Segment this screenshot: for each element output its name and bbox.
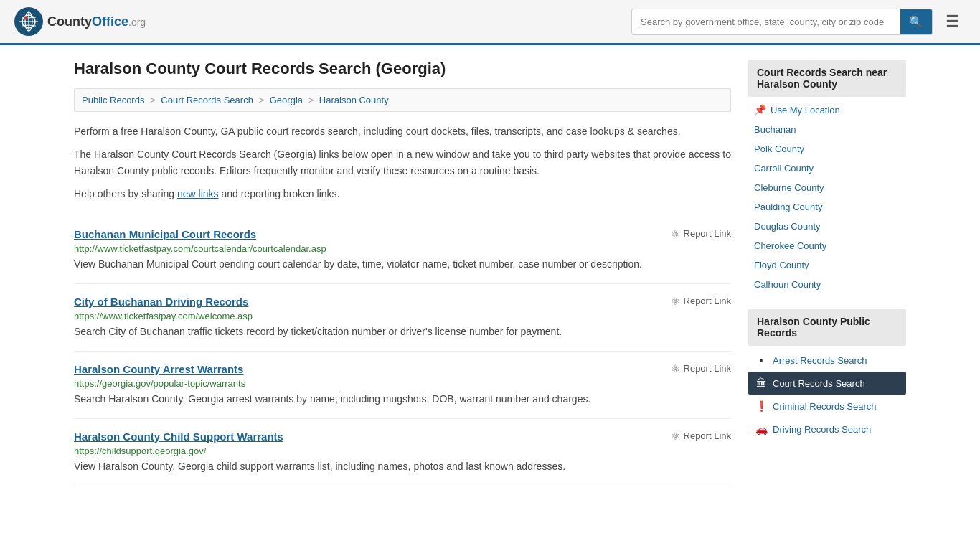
report-icon-4: ⚛ [671,430,680,442]
record-title-buchanan-municipal[interactable]: Buchanan Municipal Court Records [74,228,256,240]
sidebar-item-polk[interactable]: Polk County [748,139,906,159]
report-icon-2: ⚛ [671,296,680,307]
breadcrumb-court-records[interactable]: Court Records Search [161,95,253,105]
record-header: Haralson County Child Support Warrants ⚛… [74,430,731,443]
sidebar-item-carroll[interactable]: Carroll County [748,159,906,178]
criminal-records-icon: ❗ [755,400,767,412]
breadcrumb: Public Records > Court Records Search > … [74,88,731,112]
report-link-4[interactable]: ⚛ Report Link [671,430,731,442]
record-desc-2: Search City of Buchanan traffic tickets … [74,324,731,339]
logo-text: CountyOffice.org [47,14,146,29]
sidebar-item-paulding[interactable]: Paulding County [748,197,906,217]
record-item: Haralson County Child Support Warrants ⚛… [74,419,731,486]
use-my-location-link[interactable]: Use My Location [771,105,840,116]
court-records-icon: 🏛 [755,377,767,389]
record-title-arrest-warrants[interactable]: Haralson County Arrest Warrants [74,363,243,375]
record-title-buchanan-driving[interactable]: City of Buchanan Driving Records [74,296,248,308]
logo-icon [14,7,43,36]
record-item: City of Buchanan Driving Records ⚛ Repor… [74,284,731,352]
sidebar-nearby-list: 📌 Use My Location Buchanan Polk County C… [748,100,906,294]
location-pin-icon: 📌 [754,104,766,116]
record-desc-4: View Haralson County, Georgia child supp… [74,459,731,474]
search-input[interactable] [632,11,900,33]
breadcrumb-georgia[interactable]: Georgia [270,95,303,105]
record-header: Buchanan Municipal Court Records ⚛ Repor… [74,228,731,240]
pub-record-criminal[interactable]: ❗ Criminal Records Search [748,395,906,418]
search-bar: 🔍 [631,9,933,35]
sidebar-item-douglas[interactable]: Douglas County [748,217,906,236]
record-url-1[interactable]: http://www.ticketfastpay.com/courtcalend… [74,243,731,254]
record-desc-3: Search Haralson County, Georgia arrest w… [74,392,731,407]
page-title: Haralson County Court Records Search (Ge… [74,60,731,78]
report-link-3[interactable]: ⚛ Report Link [671,363,731,375]
record-url-2[interactable]: https://www.ticketfastpay.com/welcome.as… [74,311,731,321]
report-icon-1: ⚛ [671,228,680,240]
record-desc-1: View Buchanan Municipal Court pending co… [74,257,731,272]
sidebar-item-buchanan[interactable]: Buchanan [748,120,906,139]
record-item: Haralson County Arrest Warrants ⚛ Report… [74,352,731,419]
intro-paragraph-1: Perform a free Haralson County, GA publi… [74,123,731,139]
record-header: Haralson County Arrest Warrants ⚛ Report… [74,363,731,375]
report-link-2[interactable]: ⚛ Report Link [671,296,731,307]
search-button[interactable]: 🔍 [900,9,932,34]
sidebar-use-location[interactable]: 📌 Use My Location [748,100,906,120]
breadcrumb-haralson[interactable]: Haralson County [319,95,389,105]
driving-records-icon: 🚗 [755,423,767,435]
intro-paragraph-3: Help others by sharing new links and rep… [74,186,731,202]
site-header: CountyOffice.org 🔍 ☰ [0,0,980,45]
hamburger-menu-icon[interactable]: ☰ [940,9,966,34]
report-link-1[interactable]: ⚛ Report Link [671,228,731,240]
logo-area: CountyOffice.org [14,7,146,36]
sidebar-item-cherokee[interactable]: Cherokee County [748,236,906,255]
sidebar-public-records-header: Haralson County Public Records [748,309,906,346]
sidebar-nearby-header: Court Records Search near Haralson Count… [748,60,906,97]
record-title-child-support[interactable]: Haralson County Child Support Warrants [74,430,283,443]
arrest-records-icon: ▪ [755,354,767,366]
record-item: Buchanan Municipal Court Records ⚛ Repor… [74,217,731,284]
main-container: Haralson County Court Records Search (Ge… [60,45,920,501]
records-list: Buchanan Municipal Court Records ⚛ Repor… [74,217,731,486]
record-url-3[interactable]: https://georgia.gov/popular-topic/warran… [74,378,731,389]
new-links-link[interactable]: new links [177,188,219,199]
content-area: Haralson County Court Records Search (Ge… [74,60,731,486]
intro-paragraph-2: The Haralson County Court Records Search… [74,146,731,179]
sidebar-item-calhoun[interactable]: Calhoun County [748,275,906,294]
breadcrumb-public-records[interactable]: Public Records [82,95,144,105]
record-header: City of Buchanan Driving Records ⚛ Repor… [74,296,731,308]
sidebar: Court Records Search near Haralson Count… [748,60,906,486]
report-icon-3: ⚛ [671,363,680,375]
sidebar-item-cleburne[interactable]: Cleburne County [748,178,906,197]
pub-record-driving[interactable]: 🚗 Driving Records Search [748,418,906,441]
pub-records-list: ▪ Arrest Records Search 🏛 Court Records … [748,349,906,441]
pub-record-court[interactable]: 🏛 Court Records Search [748,372,906,395]
record-url-4[interactable]: https://childsupport.georgia.gov/ [74,446,731,456]
header-right: 🔍 ☰ [631,9,966,35]
sidebar-public-records-section: Haralson County Public Records ▪ Arrest … [748,309,906,441]
sidebar-item-floyd[interactable]: Floyd County [748,255,906,275]
pub-record-arrest[interactable]: ▪ Arrest Records Search [748,349,906,372]
sidebar-nearby-section: Court Records Search near Haralson Count… [748,60,906,294]
